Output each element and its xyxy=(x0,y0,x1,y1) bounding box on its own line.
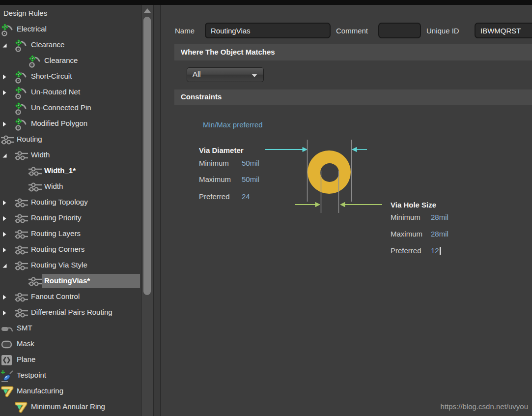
routing-rule-icon xyxy=(15,243,28,257)
tree-item-label: Plane xyxy=(17,355,35,363)
tree-item-width[interactable]: Width xyxy=(0,179,141,195)
chevron-down-icon xyxy=(252,74,257,77)
tree-item-short-circuit[interactable]: Short-Circuit xyxy=(0,69,141,85)
tree-expander-expanded-icon[interactable] xyxy=(2,153,7,158)
tree-item-label: Fanout Control xyxy=(31,292,80,300)
testpoint-rule-icon xyxy=(1,369,14,383)
routing-rule-icon xyxy=(15,306,28,320)
tree-item-testpoint[interactable]: Testpoint xyxy=(0,368,141,384)
tree-item-un-routed-net[interactable]: Un-Routed Net xyxy=(0,85,141,100)
tree-item-clearance[interactable]: Clearance xyxy=(0,53,141,69)
routing-rule-icon xyxy=(28,180,42,194)
tree-expander-collapsed-icon[interactable] xyxy=(2,310,7,316)
tree-expander-collapsed-icon[interactable] xyxy=(2,295,7,300)
tree-item-routing-corners[interactable]: Routing Corners xyxy=(0,242,141,258)
tree-item-minimum-annular-ring[interactable]: Minimum Annular Ring xyxy=(0,399,141,415)
tree-item-label: Design Rules xyxy=(3,9,47,17)
via-diameter-title: Via Diameter xyxy=(199,146,244,154)
tree-expander-collapsed-icon[interactable] xyxy=(2,74,7,80)
via-hole-maximum-label: Maximum xyxy=(391,230,422,238)
tree-expander-expanded-icon[interactable] xyxy=(2,43,7,48)
unique-id-input[interactable] xyxy=(475,23,532,38)
tree-item-label: Routing Corners xyxy=(31,245,84,253)
via-diameter-maximum-value[interactable]: 50mil xyxy=(242,175,259,183)
tree-item-clearance[interactable]: Clearance xyxy=(0,37,141,53)
routing-rule-icon xyxy=(28,275,42,288)
electrical-rule-icon xyxy=(28,55,42,68)
tree-expander-collapsed-icon[interactable] xyxy=(2,232,7,237)
constraints-section-title: Constraints xyxy=(181,92,222,101)
tree-item-label: Testpoint xyxy=(17,371,46,379)
where-section-bar: Where The Object Matches xyxy=(174,44,532,60)
via-diameter-minimum-label: Minimum xyxy=(199,159,229,167)
tree-item-differential-pairs-routing[interactable]: Differential Pairs Routing xyxy=(0,305,141,321)
via-hole-maximum-value[interactable]: 28mil xyxy=(431,230,448,238)
comment-input[interactable] xyxy=(378,23,421,38)
electrical-rule-icon xyxy=(1,23,14,36)
scope-dropdown[interactable]: All xyxy=(187,67,264,82)
constraints-section-bar: Constraints xyxy=(174,89,532,105)
via-diameter-minimum-value[interactable]: 50mil xyxy=(242,159,259,167)
constraint-mode-text[interactable]: Min/Max preferred xyxy=(203,120,263,129)
tree-item-width-1[interactable]: Width_1* xyxy=(0,163,141,179)
tree-expander-collapsed-icon[interactable] xyxy=(2,216,7,221)
routing-rule-icon xyxy=(15,149,28,162)
tree-item-mask[interactable]: Mask xyxy=(0,336,141,352)
tree-item-fanout-control[interactable]: Fanout Control xyxy=(0,289,141,305)
tree-item-routing[interactable]: Routing xyxy=(0,132,141,148)
scope-dropdown-value: All xyxy=(193,70,201,78)
via-diameter-preferred-value[interactable]: 24 xyxy=(242,192,250,201)
tree-item-label: Electrical xyxy=(17,25,47,33)
tree-item-label: Width xyxy=(31,150,50,159)
routing-rule-icon xyxy=(15,259,28,272)
smt-rule-icon xyxy=(1,322,14,335)
tree-item-modified-polygon[interactable]: Modified Polygon xyxy=(0,116,141,132)
tree-item-label: Routing Layers xyxy=(31,229,81,238)
tree-item-label: Manufacturing xyxy=(17,386,63,395)
where-section-title: Where The Object Matches xyxy=(181,48,275,56)
via-hole-preferred-value: 12 xyxy=(431,246,439,255)
plane-rule-icon xyxy=(1,354,14,367)
unique-id-label: Unique ID xyxy=(426,27,459,35)
tree-item-label: SMT xyxy=(17,324,32,332)
tree-item-manufacturing[interactable]: Manufacturing xyxy=(0,384,141,399)
tree-item-plane[interactable]: Plane xyxy=(0,352,141,368)
tree-item-routing-layers[interactable]: Routing Layers xyxy=(0,226,141,242)
via-diagram xyxy=(260,135,388,214)
tree-item-label: Mask xyxy=(17,339,34,348)
tree-scrollbar-thumb[interactable] xyxy=(143,17,151,295)
electrical-rule-icon xyxy=(15,102,28,115)
panel-divider xyxy=(153,5,154,416)
manufacturing-rule-icon xyxy=(15,401,28,414)
tree-item-label: Modified Polygon xyxy=(31,119,87,127)
tree-expander-expanded-icon[interactable] xyxy=(2,263,7,268)
tree-item-label: Width xyxy=(44,182,63,190)
manufacturing-rule-icon xyxy=(1,385,14,398)
tree-expander-collapsed-icon[interactable] xyxy=(2,247,7,253)
tree-item-routingvias[interactable]: RoutingVias* xyxy=(0,273,141,289)
tree-item-un-connected-pin[interactable]: Un-Connected Pin xyxy=(0,100,141,116)
via-hole-minimum-value[interactable]: 28mil xyxy=(431,213,448,221)
tree-item-electrical[interactable]: Electrical xyxy=(0,22,141,37)
tree-item-design-rules[interactable]: Design Rules xyxy=(0,6,141,22)
comment-label: Comment xyxy=(336,27,368,35)
electrical-rule-icon xyxy=(15,39,28,52)
tree-item-label: RoutingVias* xyxy=(44,276,90,285)
name-input[interactable] xyxy=(205,23,331,38)
tree-item-width[interactable]: Width xyxy=(0,148,141,163)
via-hole-preferred-field[interactable]: 12 xyxy=(431,246,441,255)
tree-item-label: Minimum Annular Ring xyxy=(31,402,105,411)
tree-item-routing-priority[interactable]: Routing Priority xyxy=(0,210,141,226)
tree-item-routing-topology[interactable]: Routing Topology xyxy=(0,195,141,210)
tree-item-label: Routing Topology xyxy=(31,198,88,206)
routing-rule-icon xyxy=(15,196,28,209)
tree-expander-collapsed-icon[interactable] xyxy=(2,121,7,127)
scrollbar-up-arrow-icon[interactable] xyxy=(144,8,151,13)
tree-expander-collapsed-icon[interactable] xyxy=(2,200,7,206)
tree-item-smt[interactable]: SMT xyxy=(0,321,141,336)
tree-item-label: Width_1* xyxy=(44,166,76,175)
tree-expander-collapsed-icon[interactable] xyxy=(2,90,7,95)
via-hole-preferred-label: Preferred xyxy=(391,246,421,255)
tree-item-routing-via-style[interactable]: Routing Via Style xyxy=(0,258,141,273)
mask-rule-icon xyxy=(1,338,14,351)
